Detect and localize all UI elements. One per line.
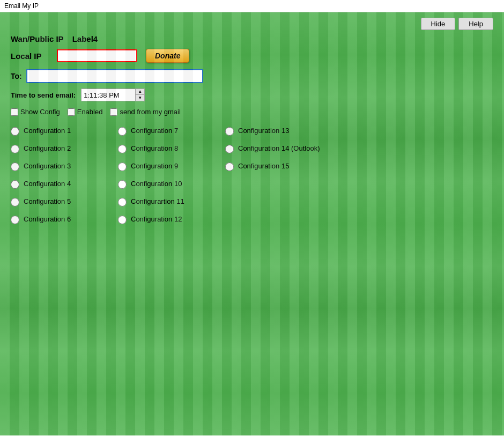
radio-col2-5[interactable]: [118, 216, 127, 224]
send-gmail-checkbox[interactable]: [110, 108, 117, 116]
radio-col3-1[interactable]: [225, 145, 234, 153]
hide-button[interactable]: Hide: [421, 18, 456, 30]
time-spinner-down[interactable]: ▼: [136, 95, 144, 101]
radio-item: Configuration 14 (Outlook): [225, 144, 343, 153]
radio-col1-4[interactable]: [11, 198, 19, 206]
radio-label: Configuration 8: [131, 144, 178, 153]
radio-label: Configuration 6: [24, 215, 71, 224]
radio-grid: Configuration 1Configuration 2Configurat…: [11, 127, 493, 224]
radio-label: Configuration 1: [24, 127, 71, 136]
radio-item: Configuration 15: [225, 162, 343, 171]
radio-label: Configurartion 11: [131, 197, 184, 206]
radio-item: Configuration 7: [118, 127, 225, 136]
radio-col2-3[interactable]: [118, 180, 127, 189]
radio-col2-0[interactable]: [118, 127, 127, 136]
show-config-label: Show Config: [20, 108, 60, 116]
radio-col1-3[interactable]: [11, 180, 19, 189]
radio-item: Configuration 10: [118, 180, 225, 189]
time-spinner-up[interactable]: ▲: [136, 89, 144, 95]
radio-label: Configuration 10: [131, 180, 182, 189]
help-button[interactable]: Help: [458, 18, 493, 30]
radio-item: Configuration 3: [11, 162, 118, 171]
local-ip-row: Local IP Donate: [11, 49, 493, 63]
radio-item: Configuration 4: [11, 180, 118, 189]
radio-label: Configuration 15: [238, 162, 289, 171]
app-title: Email My IP: [4, 2, 39, 10]
radio-item: Configurartion 11: [118, 197, 225, 206]
radio-col2-4[interactable]: [118, 198, 127, 206]
radio-col2-1[interactable]: [118, 145, 127, 153]
show-config-checkbox-label[interactable]: Show Config: [11, 108, 60, 116]
send-gmail-label: send from my gmail: [120, 108, 180, 116]
radio-label: Configuration 7: [131, 127, 178, 136]
enabled-label: Enabled: [77, 108, 103, 116]
to-row: To:: [11, 69, 493, 83]
radio-item: Configuration 13: [225, 127, 343, 136]
radio-column-3: Configuration 13Configuration 14 (Outloo…: [225, 127, 343, 224]
radio-item: Configuration 6: [11, 215, 118, 224]
send-gmail-checkbox-label[interactable]: send from my gmail: [110, 108, 180, 116]
time-spinner: ▲ ▼: [135, 89, 144, 101]
radio-item: Configuration 12: [118, 215, 225, 224]
to-input[interactable]: [26, 69, 203, 83]
radio-label: Configuration 4: [24, 180, 71, 189]
radio-column-2: Configuration 7Configuration 8Configurat…: [118, 127, 225, 224]
radio-label: Configuration 14 (Outlook): [238, 144, 320, 153]
radio-item: Configuration 8: [118, 144, 225, 153]
enabled-checkbox[interactable]: [68, 108, 75, 116]
donate-button[interactable]: Donate: [146, 49, 189, 63]
radio-label: Configuration 5: [24, 197, 71, 206]
show-config-checkbox[interactable]: [11, 108, 18, 116]
radio-label: Configuration 9: [131, 162, 178, 171]
main-container: Hide Help Wan/Public IP Label4 Local IP …: [0, 12, 504, 435]
wan-row: Wan/Public IP Label4: [11, 34, 493, 43]
radio-label: Configuration 12: [131, 215, 182, 224]
radio-item: Configuration 1: [11, 127, 118, 136]
checkboxes-row: Show Config Enabled send from my gmail: [11, 108, 493, 116]
to-label: To:: [11, 72, 22, 80]
time-input[interactable]: [81, 89, 135, 101]
radio-label: Configuration 2: [24, 144, 71, 153]
radio-col1-2[interactable]: [11, 162, 19, 171]
local-ip-input[interactable]: [57, 49, 137, 62]
radio-item: Configuration 9: [118, 162, 225, 171]
radio-col3-2[interactable]: [225, 162, 234, 171]
radio-item: Configuration 5: [11, 197, 118, 206]
local-ip-label: Local IP: [11, 51, 48, 61]
radio-item: Configuration 2: [11, 144, 118, 153]
radio-col1-1[interactable]: [11, 145, 19, 153]
radio-label: Configuration 3: [24, 162, 71, 171]
time-input-wrapper: ▲ ▼: [81, 88, 145, 101]
radio-col1-5[interactable]: [11, 216, 19, 224]
radio-col2-2[interactable]: [118, 162, 127, 171]
radio-column-1: Configuration 1Configuration 2Configurat…: [11, 127, 118, 224]
radio-col3-0[interactable]: [225, 127, 234, 136]
radio-label: Configuration 13: [238, 127, 289, 136]
time-label: Time to send email:: [11, 91, 76, 99]
wan-label: Wan/Public IP: [11, 34, 64, 43]
time-row: Time to send email: ▲ ▼: [11, 88, 493, 101]
top-buttons-row: Hide Help: [11, 18, 493, 30]
radio-col1-0[interactable]: [11, 127, 19, 136]
enabled-checkbox-label[interactable]: Enabled: [68, 108, 103, 116]
title-bar: Email My IP: [0, 0, 504, 12]
wan-value: Label4: [72, 34, 98, 43]
